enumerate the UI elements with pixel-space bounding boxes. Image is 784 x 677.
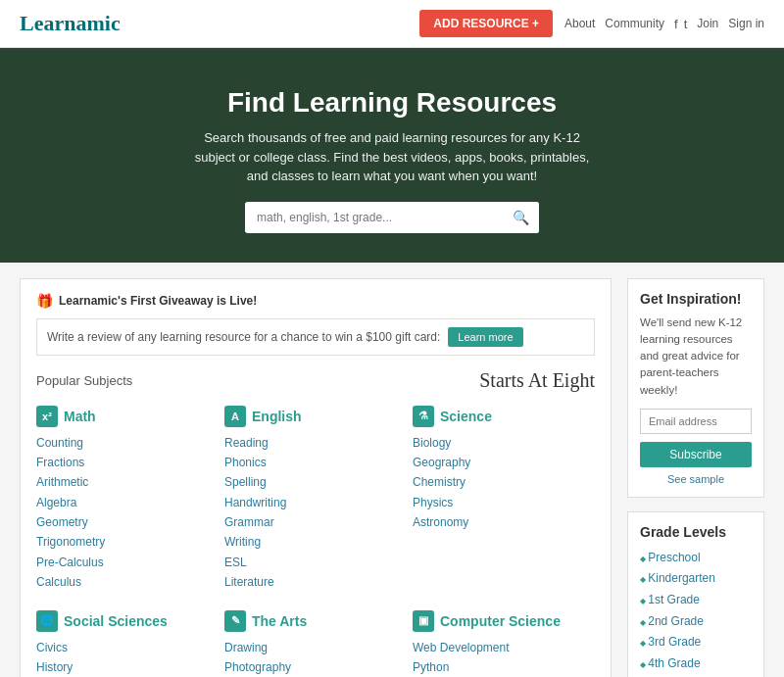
list-item: Literature	[224, 572, 407, 592]
hero-section: Find Learning Resources Search thousands…	[0, 48, 784, 263]
list-item: Chemistry	[413, 472, 595, 492]
list-item: Photography	[224, 657, 407, 677]
add-resource-button[interactable]: ADD RESOURCE +	[419, 10, 553, 37]
see-sample-link[interactable]: See sample	[640, 473, 752, 485]
subject-link[interactable]: Geography	[413, 456, 470, 469]
community-link[interactable]: Community	[605, 17, 664, 30]
subject-link[interactable]: Arithmetic	[36, 475, 88, 489]
grade-list: PreschoolKindergarten1st Grade2nd Grade3…	[640, 548, 752, 677]
subject-list: CivicsHistoryEconomicsPsychology	[36, 638, 219, 677]
main-wrapper: 🎁 Learnamic's First Giveaway is Live! Wr…	[0, 263, 784, 678]
about-link[interactable]: About	[564, 17, 595, 30]
subject-link[interactable]: Reading	[224, 436, 269, 450]
list-item: Pre-Calculus	[36, 553, 219, 572]
list-item: Biology	[413, 433, 595, 453]
subject-heading: ⚗Science	[413, 406, 595, 427]
hero-title: Find Learning Resources	[227, 87, 557, 119]
grade-item: Preschool	[640, 548, 752, 569]
subject-list: BiologyGeographyChemistryPhysicsAstronom…	[413, 433, 595, 533]
subject-link[interactable]: Drawing	[224, 641, 268, 654]
grade-item: 2nd Grade	[640, 611, 752, 633]
giveaway-title: Learnamic's First Giveaway is Live!	[59, 294, 257, 308]
subject-heading: ▣Computer Science	[413, 610, 595, 632]
facebook-icon[interactable]: f	[674, 17, 678, 31]
list-item: Counting	[36, 433, 219, 453]
list-item: Python	[413, 657, 595, 677]
grade-link[interactable]: 1st Grade	[648, 593, 700, 606]
subject-heading: x²Math	[36, 406, 219, 427]
subject-name[interactable]: Social Sciences	[64, 613, 168, 629]
grade-link[interactable]: 3rd Grade	[648, 635, 701, 649]
subject-link[interactable]: Counting	[36, 436, 83, 450]
subject-heading: AEnglish	[224, 406, 407, 427]
subject-block: 🌐Social SciencesCivicsHistoryEconomicsPs…	[36, 610, 219, 677]
subject-link[interactable]: Python	[413, 660, 449, 674]
subject-link[interactable]: Handwriting	[224, 496, 286, 509]
subjects-grid: x²MathCountingFractionsArithmeticAlgebra…	[36, 406, 595, 678]
subject-link[interactable]: Photography	[224, 660, 291, 674]
subject-link[interactable]: Biology	[413, 436, 451, 450]
review-description: Write a review of any learning resource …	[47, 330, 440, 344]
sign-in-link[interactable]: Sign in	[728, 17, 764, 30]
search-input[interactable]	[245, 203, 503, 232]
search-button[interactable]: 🔍	[503, 202, 539, 233]
subject-name[interactable]: English	[252, 409, 302, 424]
subject-icon: 🌐	[36, 610, 58, 632]
twitter-icon[interactable]: t	[684, 17, 688, 31]
subject-link[interactable]: Grammar	[224, 515, 274, 529]
email-input[interactable]	[640, 409, 752, 434]
learn-more-button[interactable]: Learn more	[448, 327, 522, 347]
popular-header: Popular Subjects Starts At Eight	[36, 369, 595, 392]
subject-link[interactable]: Pre-Calculus	[36, 556, 104, 569]
list-item: Algebra	[36, 493, 219, 512]
list-item: Spelling	[224, 472, 407, 492]
grade-item: 3rd Grade	[640, 632, 752, 653]
subject-link[interactable]: Writing	[224, 535, 261, 549]
subject-link[interactable]: Trigonometry	[36, 535, 105, 549]
subject-name[interactable]: Science	[440, 409, 492, 424]
subject-link[interactable]: ESL	[224, 556, 247, 569]
header-right: ADD RESOURCE + About Community f t Join …	[419, 10, 764, 37]
list-item: Phonics	[224, 453, 407, 472]
gift-icon: 🎁	[36, 293, 53, 309]
subject-link[interactable]: Spelling	[224, 475, 267, 489]
grade-link[interactable]: 4th Grade	[648, 656, 700, 670]
review-row: Write a review of any learning resource …	[36, 318, 595, 356]
list-item: ESL	[224, 553, 407, 572]
logo: Learnamic	[20, 11, 121, 36]
list-item: Reading	[224, 433, 407, 453]
grade-link[interactable]: Kindergarten	[648, 571, 715, 585]
giveaway-banner: 🎁 Learnamic's First Giveaway is Live!	[36, 293, 595, 309]
subject-link[interactable]: Phonics	[224, 456, 267, 469]
list-item: Handwriting	[224, 493, 407, 512]
subject-name[interactable]: Computer Science	[440, 613, 561, 629]
list-item: Physics	[413, 493, 595, 512]
subject-link[interactable]: History	[36, 660, 73, 674]
subject-link[interactable]: Chemistry	[413, 475, 466, 489]
subject-name[interactable]: The Arts	[252, 613, 307, 629]
join-link[interactable]: Join	[697, 17, 718, 30]
subject-link[interactable]: Calculus	[36, 575, 81, 589]
grade-levels-box: Grade Levels PreschoolKindergarten1st Gr…	[627, 511, 764, 677]
subject-link[interactable]: Fractions	[36, 456, 84, 469]
subject-link[interactable]: Literature	[224, 575, 274, 589]
grade-link[interactable]: 2nd Grade	[648, 614, 704, 628]
inspiration-text: We'll send new K-12 learning resources a…	[640, 314, 752, 399]
list-item: Calculus	[36, 572, 219, 592]
list-item: Drawing	[224, 638, 407, 657]
subject-link[interactable]: Astronomy	[413, 515, 468, 529]
subject-link[interactable]: Civics	[36, 641, 68, 654]
subject-name[interactable]: Math	[64, 409, 96, 424]
list-item: Astronomy	[413, 512, 595, 532]
subject-link[interactable]: Algebra	[36, 496, 76, 509]
subscribe-button[interactable]: Subscribe	[640, 442, 752, 467]
grade-item: Kindergarten	[640, 568, 752, 590]
grade-link[interactable]: Preschool	[648, 551, 700, 564]
inspiration-heading: Get Inspiration!	[640, 291, 752, 307]
popular-subjects-title: Popular Subjects	[36, 373, 132, 388]
subject-link[interactable]: Web Development	[413, 641, 510, 654]
subject-link[interactable]: Physics	[413, 496, 453, 509]
subject-link[interactable]: Geometry	[36, 515, 88, 529]
subject-block: AEnglishReadingPhonicsSpellingHandwritin…	[224, 406, 407, 593]
starts-at-eight-brand: Starts At Eight	[479, 369, 595, 392]
